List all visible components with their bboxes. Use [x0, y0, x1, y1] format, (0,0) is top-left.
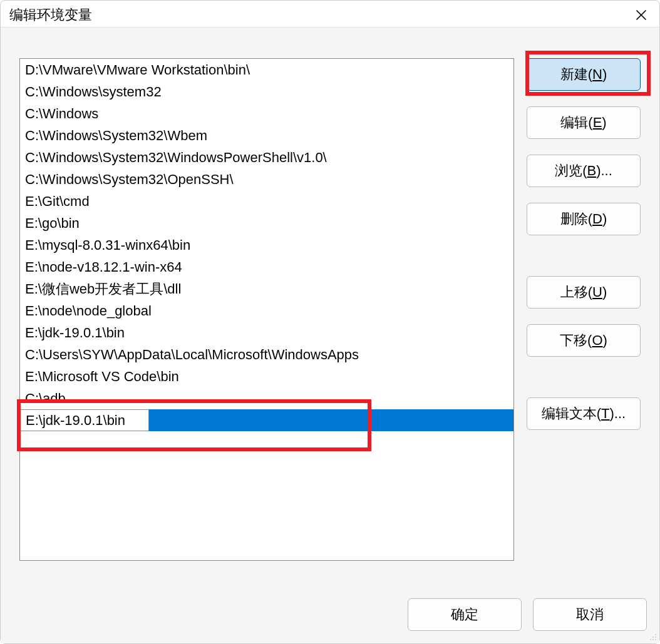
list-item[interactable]: C:\Users\SYW\AppData\Local\Microsoft\Win… — [20, 344, 513, 365]
path-listbox[interactable]: D:\VMware\VMware Workstation\bin\ C:\Win… — [19, 58, 514, 561]
close-button[interactable] — [632, 6, 651, 24]
list-item[interactable]: C:\Windows\System32\WindowsPowerShell\v1… — [20, 146, 513, 168]
window-title: 编辑环境变量 — [9, 6, 92, 24]
move-up-button[interactable]: 上移(U) — [527, 276, 641, 309]
list-item-editing[interactable] — [20, 409, 513, 431]
list-item[interactable]: E:\Microsoft VS Code\bin — [20, 365, 513, 387]
list-item[interactable]: E:\微信web开发者工具\dll — [20, 278, 513, 300]
svg-point-6 — [652, 639, 654, 640]
list-item[interactable]: E:\Git\cmd — [20, 190, 513, 212]
list-item[interactable]: C:\adb — [20, 387, 513, 409]
path-edit-input[interactable] — [20, 409, 149, 431]
svg-point-3 — [655, 636, 656, 638]
svg-point-5 — [652, 636, 654, 638]
edit-button[interactable]: 编辑(E) — [527, 106, 641, 139]
button-sidebar: 新建(N) 编辑(E) 浏览(B)... 删除(D) 上移(U) 下移(O) 编… — [527, 58, 646, 631]
svg-point-2 — [655, 634, 656, 635]
list-item[interactable]: D:\VMware\VMware Workstation\bin\ — [20, 59, 513, 81]
list-item[interactable]: E:\mysql-8.0.31-winx64\bin — [20, 234, 513, 256]
close-icon — [635, 9, 647, 21]
svg-point-4 — [655, 639, 656, 640]
edit-text-button[interactable]: 编辑文本(T)... — [527, 397, 641, 430]
list-item[interactable]: C:\Windows\System32\OpenSSH\ — [20, 168, 513, 190]
footer-buttons: 确定 取消 — [408, 598, 647, 631]
list-item[interactable]: E:\jdk-19.0.1\bin — [20, 322, 513, 344]
list-item[interactable]: C:\Windows\system32 — [20, 81, 513, 103]
list-item[interactable]: E:\node\node_global — [20, 300, 513, 322]
ok-button[interactable]: 确定 — [408, 598, 522, 631]
new-button[interactable]: 新建(N) — [527, 58, 641, 91]
resize-grip-icon[interactable] — [647, 631, 657, 641]
list-item[interactable]: C:\Windows — [20, 103, 513, 125]
titlebar: 编辑环境变量 — [1, 1, 659, 27]
move-down-button[interactable]: 下移(O) — [527, 324, 641, 357]
cancel-button[interactable]: 取消 — [533, 598, 647, 631]
list-item[interactable]: E:\go\bin — [20, 212, 513, 234]
list-item[interactable]: C:\Windows\System32\Wbem — [20, 125, 513, 146]
browse-button[interactable]: 浏览(B)... — [527, 155, 641, 187]
svg-point-7 — [650, 639, 651, 640]
content-area: D:\VMware\VMware Workstation\bin\ C:\Win… — [1, 27, 659, 643]
delete-button[interactable]: 删除(D) — [527, 203, 641, 235]
dialog-window: 编辑环境变量 D:\VMware\VMware Workstation\bin\… — [0, 0, 660, 644]
list-item[interactable]: E:\node-v18.12.1-win-x64 — [20, 256, 513, 278]
